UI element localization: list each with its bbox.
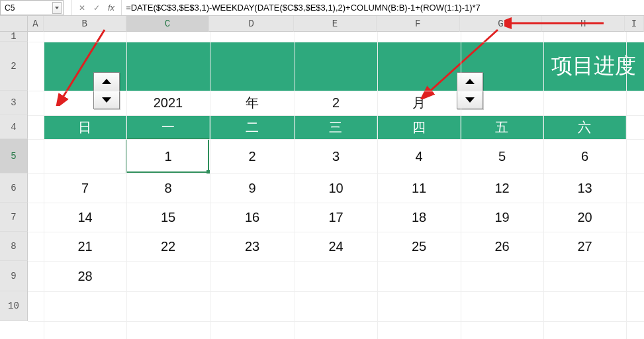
row-header-10[interactable]: 10 [0, 291, 28, 321]
cell-E3-month[interactable]: 2 [295, 91, 377, 115]
name-box-dropdown[interactable] [52, 2, 62, 14]
calendar-row-3: 14151617181920 [44, 203, 644, 232]
row-header-1[interactable]: 1 [0, 32, 28, 42]
weekday-header-4[interactable]: 四 [377, 115, 461, 139]
calendar-cell[interactable]: 3 [295, 139, 377, 173]
formula-bar-buttons: ✕ ✓ fx [71, 0, 122, 15]
calendar-cell[interactable]: 6 [543, 139, 626, 173]
calendar-cell[interactable]: 20 [543, 203, 626, 232]
row-header-8[interactable]: 8 [0, 232, 28, 261]
calendar-cell[interactable]: 28 [44, 261, 126, 291]
calendar-cell[interactable]: 26 [461, 232, 543, 261]
weekday-header-2[interactable]: 二 [210, 115, 295, 139]
calendar-cell[interactable]: 19 [461, 203, 543, 232]
cell-H3[interactable] [543, 91, 626, 115]
calendar-cell[interactable]: 9 [210, 173, 295, 203]
formula-bar: C5 ✕ ✓ fx =DATE($C$3,$E$3,1)-WEEKDAY(DAT… [0, 0, 644, 16]
cell-D3-year-suffix[interactable]: 年 [210, 91, 295, 115]
title-text: 项目进度 [543, 42, 644, 91]
calendar-cell[interactable]: 13 [543, 173, 626, 203]
calendar-cell[interactable]: 4 [377, 139, 461, 173]
cancel-icon[interactable]: ✕ [79, 3, 85, 13]
calendar-cell[interactable]: 23 [210, 232, 295, 261]
name-box-value: C5 [5, 3, 15, 13]
weekday-header-1[interactable]: 一 [126, 115, 210, 139]
year-spinner-down[interactable] [94, 91, 119, 109]
select-all-corner[interactable] [0, 16, 28, 32]
calendar-cell[interactable] [210, 261, 295, 291]
calendar-cell[interactable]: 14 [44, 203, 126, 232]
calendar-cell[interactable] [377, 261, 461, 291]
calendar-row-5: 28 [44, 261, 644, 291]
weekday-header-row: 日一二三四五六 [44, 115, 644, 139]
cell-F3-month-suffix[interactable]: 月 [377, 91, 461, 115]
calendar-cell[interactable] [543, 261, 626, 291]
calendar-row-2: 78910111213 [44, 173, 644, 203]
formula-input[interactable]: =DATE($C$3,$E$3,1)-WEEKDAY(DATE($C$3,$E$… [122, 0, 644, 15]
calendar-cell[interactable]: 22 [126, 232, 210, 261]
col-header-D[interactable]: D [209, 16, 294, 32]
cell-C3-year[interactable]: 2021 [126, 91, 210, 115]
weekday-header-6[interactable]: 六 [543, 115, 626, 139]
calendar-cell[interactable]: 12 [461, 173, 543, 203]
col-header-B[interactable]: B [44, 16, 126, 32]
col-header-I[interactable]: I [625, 16, 644, 32]
calendar-cell[interactable]: 16 [210, 203, 295, 232]
col-header-F[interactable]: F [377, 16, 460, 32]
weekday-header-3[interactable]: 三 [295, 115, 377, 139]
calendar-cell[interactable]: 1 [126, 139, 210, 173]
spreadsheet-grid: ABCDEFGHI 12345678910 项目进度 2021 年 2 月 日一… [0, 16, 644, 339]
fx-icon[interactable]: fx [108, 3, 115, 13]
col-header-G[interactable]: G [460, 16, 543, 32]
row-header-6[interactable]: 6 [0, 173, 28, 203]
column-header-row: ABCDEFGHI [0, 16, 644, 32]
calendar-cell[interactable]: 10 [295, 173, 377, 203]
col-header-H[interactable]: H [542, 16, 625, 32]
calendar-cell[interactable] [44, 139, 126, 173]
row-header-5[interactable]: 5 [0, 139, 28, 173]
calendar-row-1: 123456 [44, 139, 644, 173]
calendar-cell[interactable]: 11 [377, 173, 461, 203]
weekday-header-0[interactable]: 日 [44, 115, 126, 139]
calendar-cell[interactable] [126, 261, 210, 291]
calendar-cell[interactable]: 15 [126, 203, 210, 232]
row-header-2[interactable]: 2 [0, 42, 28, 91]
calendar-cell[interactable]: 27 [543, 232, 626, 261]
row-header-column: 12345678910 [0, 32, 28, 339]
calendar-cell[interactable]: 21 [44, 232, 126, 261]
year-spinner-up[interactable] [94, 73, 119, 91]
col-header-E[interactable]: E [294, 16, 377, 32]
weekday-header-5[interactable]: 五 [461, 115, 543, 139]
row-header-9[interactable]: 9 [0, 261, 28, 291]
calendar-cell[interactable]: 8 [126, 173, 210, 203]
calendar-cell[interactable] [295, 261, 377, 291]
row-header-4[interactable]: 4 [0, 115, 28, 139]
calendar-cell[interactable]: 17 [295, 203, 377, 232]
calendar-cell[interactable]: 18 [377, 203, 461, 232]
calendar-cell[interactable] [461, 261, 543, 291]
calendar-cell[interactable]: 5 [461, 139, 543, 173]
year-month-row: 2021 年 2 月 [44, 91, 644, 115]
name-box[interactable]: C5 [0, 0, 64, 15]
calendar-cell[interactable]: 25 [377, 232, 461, 261]
cells-area[interactable]: 项目进度 2021 年 2 月 日一二三四五六 1234567891011121… [28, 32, 644, 339]
calendar-cell[interactable]: 24 [295, 232, 377, 261]
col-header-A[interactable]: A [28, 16, 44, 32]
row-header-7[interactable]: 7 [0, 203, 28, 232]
col-header-C[interactable]: C [126, 16, 210, 32]
confirm-icon[interactable]: ✓ [93, 3, 100, 13]
formula-text: =DATE($C$3,$E$3,1)-WEEKDAY(DATE($C$3,$E$… [126, 3, 481, 13]
calendar-cell[interactable]: 2 [210, 139, 295, 173]
calendar-cell[interactable]: 7 [44, 173, 126, 203]
calendar-row-4: 21222324252627 [44, 232, 644, 261]
row-header-3[interactable]: 3 [0, 91, 28, 115]
